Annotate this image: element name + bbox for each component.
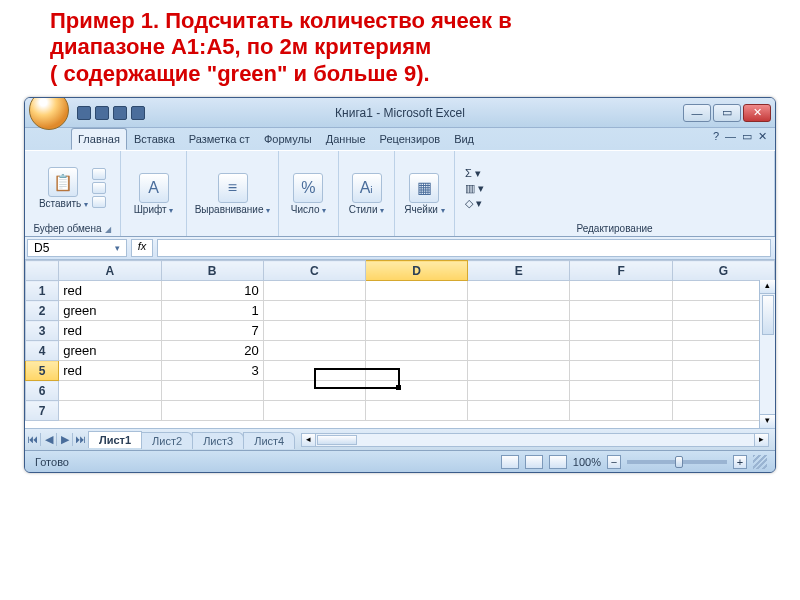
col-header-D[interactable]: D (365, 261, 467, 281)
formula-input[interactable] (157, 239, 771, 257)
sheet-tab-4[interactable]: Лист4 (243, 432, 295, 449)
tab-view[interactable]: Вид (447, 128, 481, 150)
alignment-icon[interactable]: ≡ (218, 173, 248, 203)
tab-page-layout[interactable]: Разметка ст (182, 128, 257, 150)
insert-function-button[interactable]: fx (131, 239, 153, 257)
cells-icon[interactable]: ▦ (409, 173, 439, 203)
row-header-5[interactable]: 5 (26, 361, 59, 381)
cell-A3[interactable]: red (59, 321, 161, 341)
cell-B6[interactable] (161, 381, 263, 401)
tab-nav-last-icon[interactable]: ⏭ (73, 433, 89, 446)
scroll-down-icon[interactable]: ▾ (760, 414, 775, 428)
cell-E2[interactable] (468, 301, 570, 321)
cell-A5[interactable]: red (59, 361, 161, 381)
cell-F5[interactable] (570, 361, 672, 381)
mdi-restore-icon[interactable]: ▭ (742, 130, 752, 150)
paste-icon[interactable]: 📋 (48, 167, 78, 197)
cell-E5[interactable] (468, 361, 570, 381)
cell-C4[interactable] (263, 341, 365, 361)
cell-D7[interactable] (365, 401, 467, 421)
view-normal-button[interactable] (501, 455, 519, 469)
number-label[interactable]: Число (291, 204, 320, 215)
cell-E3[interactable] (468, 321, 570, 341)
cut-icon[interactable] (92, 168, 106, 180)
row-header-1[interactable]: 1 (26, 281, 59, 301)
cell-B5[interactable]: 3 (161, 361, 263, 381)
tab-nav-first-icon[interactable]: ⏮ (25, 433, 41, 446)
font-icon[interactable]: A (139, 173, 169, 203)
cell-E4[interactable] (468, 341, 570, 361)
alignment-label[interactable]: Выравнивание (195, 204, 264, 215)
row-header-3[interactable]: 3 (26, 321, 59, 341)
fill-button[interactable]: ▥ ▾ (465, 182, 484, 195)
row-header-4[interactable]: 4 (26, 341, 59, 361)
fill-handle[interactable] (396, 385, 401, 390)
cell-F2[interactable] (570, 301, 672, 321)
row-header-6[interactable]: 6 (26, 381, 59, 401)
row-header-7[interactable]: 7 (26, 401, 59, 421)
cell-E1[interactable] (468, 281, 570, 301)
scroll-left-icon[interactable]: ◂ (302, 434, 316, 446)
tab-nav-next-icon[interactable]: ▶ (57, 433, 73, 446)
cell-F4[interactable] (570, 341, 672, 361)
number-icon[interactable]: % (293, 173, 323, 203)
cell-F1[interactable] (570, 281, 672, 301)
resize-grip-icon[interactable] (753, 455, 767, 469)
zoom-slider[interactable] (627, 460, 727, 464)
format-painter-icon[interactable] (92, 196, 106, 208)
select-all-corner[interactable] (26, 261, 59, 281)
zoom-out-button[interactable]: − (607, 455, 621, 469)
horizontal-scrollbar[interactable]: ◂ ▸ (301, 433, 769, 447)
hscroll-thumb[interactable] (317, 435, 357, 445)
col-header-E[interactable]: E (468, 261, 570, 281)
col-header-F[interactable]: F (570, 261, 672, 281)
mdi-close-icon[interactable]: ✕ (758, 130, 767, 150)
cell-B1[interactable]: 10 (161, 281, 263, 301)
cell-D1[interactable] (365, 281, 467, 301)
vertical-scrollbar[interactable]: ▴ ▾ (759, 280, 775, 428)
cell-A7[interactable] (59, 401, 161, 421)
tab-formulas[interactable]: Формулы (257, 128, 319, 150)
clipboard-dialog-launcher-icon[interactable]: ◢ (101, 225, 111, 234)
cell-A1[interactable]: red (59, 281, 161, 301)
cell-F7[interactable] (570, 401, 672, 421)
tab-home[interactable]: Главная (71, 128, 127, 150)
styles-label[interactable]: Стили (349, 204, 378, 215)
cell-D4[interactable] (365, 341, 467, 361)
col-header-B[interactable]: B (161, 261, 263, 281)
view-page-break-button[interactable] (549, 455, 567, 469)
sheet-tab-3[interactable]: Лист3 (192, 432, 244, 449)
cell-C7[interactable] (263, 401, 365, 421)
sheet-tab-2[interactable]: Лист2 (141, 432, 193, 449)
vscroll-thumb[interactable] (762, 295, 774, 335)
zoom-slider-knob[interactable] (675, 456, 683, 468)
cells-label[interactable]: Ячейки (404, 204, 438, 215)
cell-F3[interactable] (570, 321, 672, 341)
cell-D3[interactable] (365, 321, 467, 341)
cell-B7[interactable] (161, 401, 263, 421)
scroll-up-icon[interactable]: ▴ (760, 280, 775, 294)
cell-A2[interactable]: green (59, 301, 161, 321)
cell-A4[interactable]: green (59, 341, 161, 361)
name-box[interactable]: D5 ▾ (27, 239, 127, 257)
view-page-layout-button[interactable] (525, 455, 543, 469)
col-header-G[interactable]: G (672, 261, 774, 281)
tab-nav-prev-icon[interactable]: ◀ (41, 433, 57, 446)
cell-B2[interactable]: 1 (161, 301, 263, 321)
scroll-right-icon[interactable]: ▸ (754, 434, 768, 446)
paste-label[interactable]: Вставить (39, 198, 81, 209)
cell-C3[interactable] (263, 321, 365, 341)
cell-F6[interactable] (570, 381, 672, 401)
cell-A6[interactable] (59, 381, 161, 401)
col-header-C[interactable]: C (263, 261, 365, 281)
help-icon[interactable]: ? (713, 130, 719, 150)
autosum-button[interactable]: Σ ▾ (465, 167, 484, 180)
styles-icon[interactable]: Aᵢ (352, 173, 382, 203)
cell-C1[interactable] (263, 281, 365, 301)
name-box-dropdown-icon[interactable]: ▾ (115, 243, 120, 253)
tab-data[interactable]: Данные (319, 128, 373, 150)
tab-review[interactable]: Рецензиров (373, 128, 448, 150)
cell-C2[interactable] (263, 301, 365, 321)
col-header-A[interactable]: A (59, 261, 161, 281)
zoom-in-button[interactable]: + (733, 455, 747, 469)
